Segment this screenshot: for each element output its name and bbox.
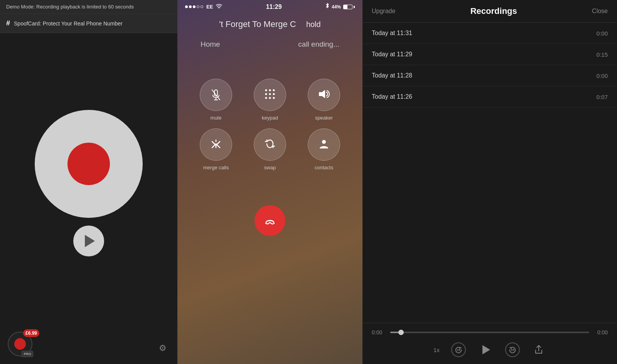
battery-icon: [343, 5, 355, 9]
svg-point-0: [219, 8, 220, 9]
keypad-button[interactable]: keypad: [247, 79, 293, 121]
recording-time-2: Today at 11:29: [372, 51, 412, 58]
end-call-area: [177, 205, 362, 236]
record-dot: [67, 143, 110, 185]
upgrade-button[interactable]: Upgrade: [372, 8, 395, 15]
pro-circle[interactable]: £6.99 PRO: [8, 332, 32, 356]
close-button[interactable]: Close: [592, 8, 608, 15]
speaker-circle: [308, 79, 340, 111]
scrubber-row: 0:00 0:00: [372, 329, 608, 335]
call-header: 't Forget To Merge C hold: [177, 13, 362, 35]
recording-duration-2: 0:15: [597, 51, 608, 58]
svg-point-13: [273, 97, 275, 99]
contacts-button[interactable]: contacts: [301, 128, 347, 170]
call-buttons-grid: mute: [177, 67, 362, 182]
skip-back-num: 15: [457, 348, 460, 352]
call-title: 't Forget To Merge C hold: [189, 19, 351, 29]
skip-forward-button[interactable]: 15: [505, 342, 520, 357]
play-button[interactable]: [73, 226, 104, 256]
swap-circle: [254, 128, 286, 161]
recording-duration-4: 0:07: [597, 94, 608, 100]
keypad-label: keypad: [262, 115, 278, 121]
player-buttons: 1x 15 15: [372, 342, 608, 358]
status-bar: EE 11:29 44%: [177, 0, 362, 13]
mic-slash-icon: [211, 89, 221, 101]
contacts-label: contacts: [315, 165, 333, 170]
record-button[interactable]: [35, 110, 143, 218]
demo-banner: Demo Mode: Recording playback is limited…: [0, 0, 177, 14]
skip-back-button[interactable]: 15: [451, 342, 466, 357]
recording-item[interactable]: Today at 11:29 0:15: [362, 44, 617, 65]
current-time: 0:00: [372, 329, 386, 335]
recording-time-4: Today at 11:26: [372, 93, 412, 100]
phone-screen: EE 11:29 44%: [177, 0, 362, 364]
call-title-text: 't Forget To Merge C: [219, 19, 296, 29]
call-status: call ending...: [298, 40, 339, 49]
pro-badge-area: £6.99 PRO: [8, 332, 32, 356]
recording-item[interactable]: Today at 11:28 0:00: [362, 65, 617, 86]
call-contact: Home: [201, 40, 220, 49]
signal-dot-1: [185, 5, 188, 8]
recording-time-3: Today at 11:28: [372, 72, 412, 79]
scrubber-bar[interactable]: [390, 332, 589, 333]
status-right: 44%: [325, 3, 355, 10]
spoof-card-banner[interactable]: # SpoofCard: Protect Your Real Phone Num…: [0, 14, 177, 33]
svg-point-12: [269, 97, 271, 99]
recordings-list: Today at 11:31 0:00 Today at 11:29 0:15 …: [362, 23, 617, 323]
total-time: 0:00: [594, 329, 608, 335]
signal-dot-3: [193, 5, 196, 8]
keypad-circle: [254, 79, 286, 111]
swap-button[interactable]: swap: [247, 128, 293, 170]
battery-pct: 44%: [332, 4, 341, 10]
carrier-label: EE: [206, 4, 213, 10]
svg-point-8: [265, 93, 267, 95]
svg-point-17: [322, 140, 326, 144]
player-play-button[interactable]: [477, 342, 494, 358]
speed-button[interactable]: 1x: [433, 347, 440, 353]
status-left: EE: [185, 3, 222, 10]
speaker-icon: [318, 89, 330, 101]
call-subtitle-row: Home call ending...: [177, 37, 362, 52]
merge-calls-label: merge calls: [203, 165, 229, 170]
mute-button[interactable]: mute: [193, 79, 239, 121]
play-icon: [85, 235, 95, 247]
person-icon: [319, 138, 329, 151]
merge-circle: [200, 128, 232, 161]
phone-content: EE 11:29 44%: [177, 0, 362, 364]
player-play-icon: [482, 345, 490, 354]
end-call-button[interactable]: [255, 205, 285, 236]
signal-dot-5: [201, 5, 203, 8]
hash-icon: #: [6, 19, 10, 27]
share-icon: [534, 345, 543, 355]
recordings-title: Recordings: [470, 6, 517, 16]
share-button[interactable]: [531, 342, 546, 357]
speaker-button[interactable]: speaker: [301, 79, 347, 121]
svg-point-6: [269, 89, 271, 91]
keypad-icon: [265, 89, 275, 101]
signal-dot-2: [189, 5, 192, 8]
merge-calls-button[interactable]: merge calls: [193, 128, 239, 170]
signal-icon: [185, 5, 203, 8]
spoof-card-label: SpoofCard: Protect Your Real Phone Numbe…: [14, 20, 123, 27]
merge-icon: [211, 138, 221, 151]
contacts-circle: [308, 128, 340, 161]
recording-duration-3: 0:00: [597, 72, 608, 79]
svg-point-5: [265, 89, 267, 91]
record-area: £6.99 PRO ⚙: [0, 33, 177, 364]
svg-point-11: [265, 97, 267, 99]
mute-circle: [200, 79, 232, 111]
recording-duration-1: 0:00: [597, 30, 608, 37]
recording-item[interactable]: Today at 11:26 0:07: [362, 86, 617, 108]
svg-point-7: [273, 89, 275, 91]
settings-icon[interactable]: ⚙: [159, 343, 167, 353]
scrubber-thumb[interactable]: [398, 330, 404, 335]
recordings-header: Upgrade Recordings Close: [362, 0, 617, 23]
signal-dot-4: [197, 5, 199, 8]
phone-end-icon: [263, 214, 276, 227]
speaker-label: speaker: [315, 115, 333, 121]
recording-item[interactable]: Today at 11:31 0:00: [362, 23, 617, 44]
bluetooth-icon: [325, 3, 329, 10]
left-panel: Demo Mode: Recording playback is limited…: [0, 0, 177, 364]
swap-label: swap: [264, 165, 276, 170]
svg-point-9: [269, 93, 271, 95]
